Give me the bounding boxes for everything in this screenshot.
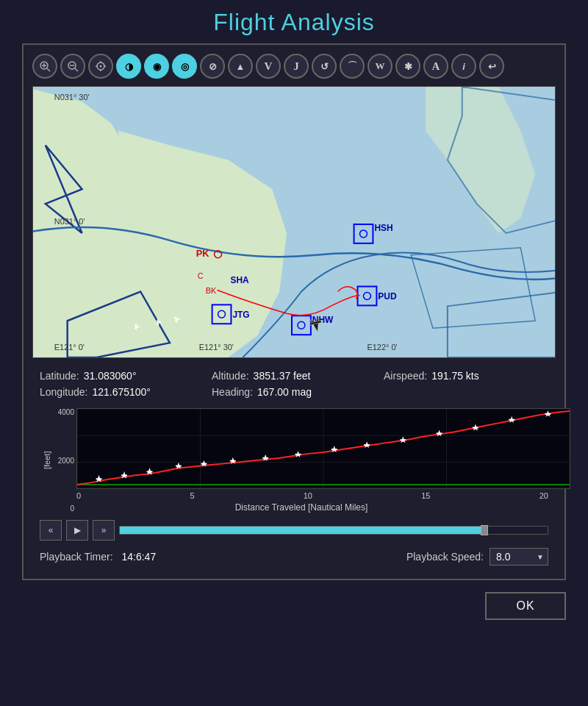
svg-text:HSH: HSH [374,223,392,233]
v-button[interactable]: V [256,54,281,79]
playback-controls: « ▶ » [40,520,548,541]
x-tick-0: 0 [76,491,81,500]
svg-text:PK: PK [196,248,210,259]
x-tick-15: 15 [421,491,430,500]
svg-rect-86 [437,432,442,434]
half-circle-button[interactable]: ◑ [116,54,141,79]
altitude-value: 3851.37 feet [254,370,311,382]
a-button[interactable]: A [423,54,448,79]
x-axis-title: Distance Traveled [Nautical Miles] [54,502,548,513]
y-axis-ticks: 4000 2000 0 [54,408,76,513]
heading-label: Heading: [212,386,253,398]
slash-button[interactable]: ⊘ [200,54,225,79]
svg-rect-90 [509,419,514,421]
svg-line-1 [47,68,50,71]
page-title: Flight Analysis [0,0,588,43]
svg-rect-70 [176,466,182,467]
svg-rect-80 [331,449,337,450]
svg-rect-88 [473,427,478,429]
main-panel: ◑ ◉ ◎ ⊘ ▲ V J ↺ ⌒ W ✱ A i ↩ [22,43,566,580]
altitude-row: Altitude: 3851.37 feet [212,370,376,382]
zoom-out-button[interactable] [60,54,85,79]
triangle-button[interactable]: ▲ [228,54,253,79]
toolbar: ◑ ◉ ◎ ⊘ ▲ V J ↺ ⌒ W ✱ A i ↩ [32,54,556,79]
progress-thumb[interactable] [481,525,488,535]
timer-value: 14:6:47 [121,551,156,563]
latitude-value: 31.083060° [84,370,137,382]
svg-rect-72 [201,463,207,465]
longitude-row: Longitude: 121.675100° [40,386,204,398]
svg-rect-84 [400,439,406,441]
svg-text:N031° 0': N031° 0' [54,217,85,226]
ok-button-container: OK [0,580,588,620]
asterisk-button[interactable]: ✱ [395,54,420,79]
x-tick-10: 10 [304,491,312,500]
j-button[interactable]: J [284,54,309,79]
heading-value: 167.00 mag [257,386,312,398]
flight-info-panel: Latitude: 31.083060° Altitude: 3851.37 f… [32,358,556,405]
svg-text:JTG: JTG [232,310,249,320]
svg-text:PUD: PUD [378,291,397,302]
svg-rect-66 [121,474,127,476]
svg-text:E121° 30': E121° 30' [199,343,234,352]
latitude-row: Latitude: 31.083060° [40,370,204,382]
progress-track[interactable] [119,526,548,535]
x-tick-20: 20 [539,491,548,500]
svg-rect-92 [545,413,551,415]
svg-text:E121° 0': E121° 0' [54,343,85,352]
airspeed-row: Airspeed: 191.75 kts [384,370,548,382]
svg-text:BK: BK [206,286,217,295]
svg-rect-68 [147,471,153,472]
svg-text:E122° 0': E122° 0' [367,343,397,352]
curve-button[interactable]: ⌒ [340,54,365,79]
svg-text:SHA: SHA [230,275,249,285]
timer-label: Playback Timer: [40,551,113,563]
info-button[interactable]: i [451,54,476,79]
svg-rect-64 [96,478,102,479]
svg-rect-47 [135,324,137,329]
svg-rect-76 [262,457,268,459]
longitude-value: 121.675100° [92,386,151,398]
y-axis-label: [feet] [40,408,54,513]
longitude-label: Longitude: [40,386,87,398]
circle-ring-button[interactable]: ◎ [172,54,197,79]
altitude-label: Altitude: [212,370,249,382]
playback-info: Playback Timer: 14:6:47 Playback Speed: … [40,548,548,566]
speed-wrapper: 1.0 2.0 4.0 8.0 16.0 ▼ [490,548,548,566]
playback-speed-section: Playback Speed: 1.0 2.0 4.0 8.0 16.0 ▼ [406,548,548,566]
altitude-chart: [feet] 4000 2000 0 [40,408,548,513]
svg-point-12 [100,65,102,68]
speed-select[interactable]: 1.0 2.0 4.0 8.0 16.0 [490,548,548,566]
svg-rect-78 [295,454,301,455]
airspeed-value: 191.75 kts [431,370,479,382]
rewind-button[interactable]: « [40,520,62,541]
w-button[interactable]: W [368,54,392,79]
latitude-label: Latitude: [40,370,79,382]
play-button[interactable]: ▶ [66,520,88,541]
circle-dot-button[interactable]: ◉ [144,54,169,79]
svg-rect-74 [230,460,236,462]
crosshair-button[interactable] [88,54,113,79]
x-tick-5: 5 [190,491,194,500]
svg-text:N031° 30': N031° 30' [54,93,90,101]
map-svg: N031° 30' N031° 0' E121° 0' E121° 30' E1… [33,87,555,357]
heading-row: Heading: 167.00 mag [212,386,376,398]
svg-rect-82 [364,444,370,446]
arc-button[interactable]: ↺ [312,54,337,79]
map-view[interactable]: N031° 30' N031° 0' E121° 0' E121° 30' E1… [32,86,556,358]
zoom-in-button[interactable] [32,54,57,79]
ok-button[interactable]: OK [485,592,566,620]
speed-label: Playback Speed: [406,551,484,563]
airspeed-label: Airspeed: [384,370,427,382]
svg-text:C: C [198,271,204,280]
progress-fill [120,527,484,534]
playback-timer-section: Playback Timer: 14:6:47 [40,551,156,563]
fast-forward-button[interactable]: » [93,520,115,541]
arrow-curve-button[interactable]: ↩ [479,54,504,79]
chart-svg [77,409,570,488]
svg-line-5 [75,68,78,71]
